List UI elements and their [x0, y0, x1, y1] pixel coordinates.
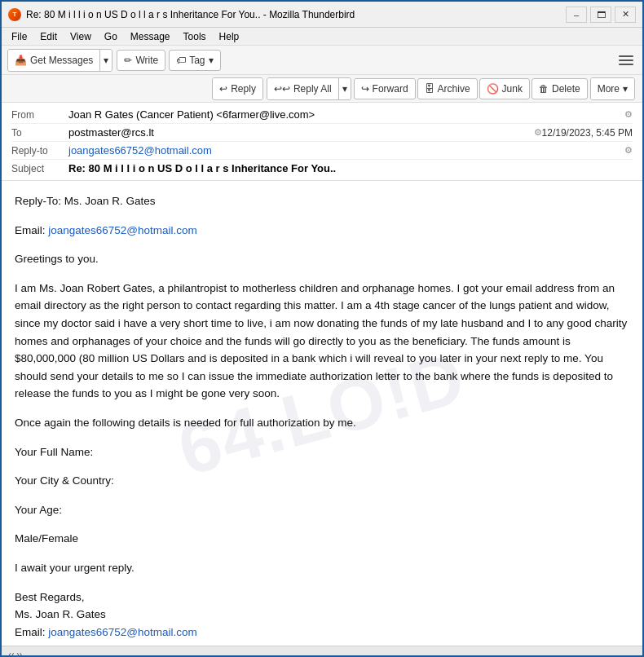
junk-icon: 🚫	[487, 83, 499, 95]
menubar: File Edit View Go Message Tools Help	[2, 28, 642, 46]
email-body: 64.LO!D Reply-To: Ms. Joan R. Gates Emai…	[2, 181, 642, 646]
connection-status: ((·))	[8, 651, 23, 658]
more-dropdown-icon: ▾	[623, 83, 628, 95]
get-messages-button[interactable]: 📥 Get Messages	[8, 50, 100, 71]
from-value: Joan R Gates (Cancer Patient) <6farmer@l…	[68, 108, 620, 121]
subject-row: Subject Re: 80 M i l l i o n US D o l l …	[11, 160, 633, 177]
urgent-reply-line: I await your urgent reply.	[15, 559, 629, 577]
email-date: 12/19/2023, 5:45 PM	[542, 127, 633, 139]
gender-line: Male/Female	[15, 530, 629, 548]
delete-button[interactable]: 🗑 Delete	[532, 78, 588, 99]
statusbar: ((·))	[2, 646, 642, 657]
from-row: From Joan R Gates (Cancer Patient) <6far…	[11, 106, 633, 124]
full-name-line: Your Full Name:	[15, 443, 629, 461]
get-messages-icon: 📥	[15, 55, 27, 66]
main-toolbar: 📥 Get Messages ▾ ✏ Write 🏷 Tag ▾	[2, 46, 642, 75]
reply-all-group: ↩↩ Reply All ▾	[267, 77, 351, 100]
forward-icon: ↪	[361, 83, 369, 95]
email-link-line: Email: joangates66752@hotmail.com	[15, 222, 629, 240]
tag-label: Tag	[189, 55, 205, 66]
menu-help[interactable]: Help	[213, 29, 246, 44]
app-icon: T	[8, 8, 21, 21]
tag-dropdown-icon: ▾	[209, 55, 214, 66]
reply-to-value[interactable]: joangates66752@hotmail.com	[68, 144, 620, 157]
reply-all-dropdown[interactable]: ▾	[339, 78, 351, 99]
to-menu-icon[interactable]: ⚙	[534, 127, 542, 138]
menu-file[interactable]: File	[5, 29, 33, 44]
window-controls: – 🗖 ✕	[566, 7, 636, 23]
from-label: From	[11, 109, 68, 121]
reply-all-button[interactable]: ↩↩ Reply All	[267, 78, 339, 99]
forward-button[interactable]: ↪ Forward	[354, 78, 416, 99]
to-row: To postmaster@rcs.lt ⚙ 12/19/2023, 5:45 …	[11, 124, 633, 142]
more-group: More ▾	[590, 77, 635, 100]
from-menu-icon[interactable]: ⚙	[624, 109, 633, 120]
menu-edit[interactable]: Edit	[33, 29, 64, 44]
reply-to-label: Reply-to	[11, 145, 68, 157]
to-value: postmaster@rcs.lt	[68, 126, 529, 139]
city-country-line: Your City & Country:	[15, 472, 629, 490]
write-label: Write	[135, 55, 158, 66]
archive-button[interactable]: 🗄 Archive	[417, 78, 478, 99]
details-intro: Once again the following details is need…	[15, 414, 629, 432]
reply-to-row: Reply-to joangates66752@hotmail.com ⚙	[11, 142, 633, 160]
junk-button[interactable]: 🚫 Junk	[479, 78, 530, 99]
more-button[interactable]: More ▾	[591, 78, 634, 99]
subject-label: Subject	[11, 163, 68, 174]
maximize-button[interactable]: 🗖	[590, 7, 611, 23]
email-headers: From Joan R Gates (Cancer Patient) <6far…	[2, 103, 642, 181]
delete-icon: 🗑	[539, 83, 549, 95]
close-button[interactable]: ✕	[615, 7, 636, 23]
menu-view[interactable]: View	[64, 29, 98, 44]
regards-line: Best Regards, Ms. Joan R. Gates Email: j…	[15, 589, 629, 642]
tag-button[interactable]: 🏷 Tag ▾	[169, 50, 220, 71]
reply-all-icon: ↩↩	[274, 83, 290, 95]
menu-tools[interactable]: Tools	[177, 29, 213, 44]
greeting-paragraph: Greetings to you.	[15, 250, 629, 268]
body-email-link[interactable]: joangates66752@hotmail.com	[48, 224, 197, 236]
write-icon: ✏	[124, 55, 132, 66]
reply-icon: ↩	[219, 83, 227, 95]
age-line: Your Age:	[15, 501, 629, 519]
email-content: Reply-To: Ms. Joan R. Gates Email: joang…	[15, 192, 629, 641]
hamburger-menu[interactable]	[615, 50, 637, 71]
get-messages-group: 📥 Get Messages ▾	[7, 49, 112, 72]
minimize-button[interactable]: –	[566, 7, 587, 23]
reply-to-line: Reply-To: Ms. Joan R. Gates	[15, 192, 629, 210]
tag-icon: 🏷	[176, 55, 186, 66]
archive-icon: 🗄	[425, 83, 434, 95]
to-label: To	[11, 127, 68, 139]
write-button[interactable]: ✏ Write	[117, 50, 165, 71]
menu-message[interactable]: Message	[124, 29, 177, 44]
get-messages-label: Get Messages	[30, 55, 93, 66]
window-title: Re: 80 M i l l i o n US D o l l a r s In…	[26, 9, 566, 20]
get-messages-dropdown[interactable]: ▾	[100, 50, 112, 71]
titlebar: T Re: 80 M i l l i o n US D o l l a r s …	[2, 2, 642, 28]
subject-value: Re: 80 M i l l i o n US D o l l a r s In…	[68, 162, 633, 174]
menu-go[interactable]: Go	[98, 29, 124, 44]
reply-button[interactable]: ↩ Reply	[213, 78, 262, 99]
reply-group: ↩ Reply	[212, 77, 263, 100]
signature-email-link[interactable]: joangates66752@hotmail.com	[48, 626, 197, 638]
main-paragraph: I am Ms. Joan Robert Gates, a philantrop…	[15, 280, 629, 403]
action-toolbar: ↩ Reply ↩↩ Reply All ▾ ↪ Forward 🗄 Archi…	[2, 75, 642, 103]
reply-to-menu-icon[interactable]: ⚙	[624, 145, 633, 156]
